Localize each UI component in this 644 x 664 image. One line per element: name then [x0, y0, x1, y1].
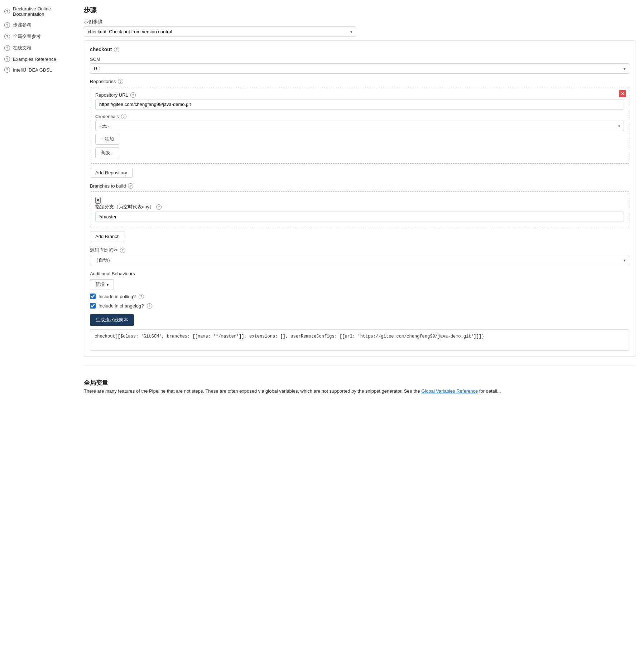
global-vars-section: 全局变量 There are many features of the Pipe…: [84, 365, 635, 394]
branches-label-row: Branches to build ?: [90, 183, 629, 189]
advanced-button-row: 高级...: [95, 147, 624, 158]
checkout-title-row: checkout ?: [90, 47, 629, 52]
sidebar-item-label: Examples Reference: [13, 57, 56, 62]
sidebar-help-icon: ?: [4, 34, 10, 39]
branch-spec-label: 指定分支（为空时代表any）: [95, 204, 154, 210]
sidebar-item-steps-ref[interactable]: ?步骤参考: [0, 19, 75, 31]
repo-url-input[interactable]: [95, 99, 624, 110]
add-repository-button[interactable]: Add Repository: [90, 168, 133, 178]
source-browser-select[interactable]: （自动）: [90, 255, 629, 265]
global-vars-link[interactable]: Global Variables Reference: [421, 388, 478, 394]
repo-url-label: Repository URL: [95, 92, 128, 98]
scm-label-row: SCM: [90, 57, 629, 62]
credentials-help-icon[interactable]: ?: [121, 114, 126, 119]
repo-close-button[interactable]: ✕: [619, 90, 626, 97]
add-button-row: + 添加: [95, 134, 624, 145]
add-branch-button[interactable]: Add Branch: [90, 232, 125, 241]
branch-spec-input[interactable]: [95, 212, 624, 222]
sidebar-item-declarative-docs[interactable]: ?Declarative Online Documentation: [0, 4, 75, 19]
sidebar: ?Declarative Online Documentation?步骤参考?全…: [0, 0, 75, 664]
sidebar-item-examples-ref[interactable]: ?Examples Reference: [0, 54, 75, 64]
scm-select[interactable]: GitSVN: [90, 63, 629, 74]
include-changelog-help-icon[interactable]: ?: [147, 303, 152, 309]
main-content: 步骤 示例步骤 checkout: Check out from version…: [75, 0, 644, 664]
scm-select-wrapper: GitSVN ▾: [90, 63, 629, 74]
sidebar-item-label: 在线文档: [13, 45, 32, 51]
add-button[interactable]: + 添加: [95, 134, 119, 145]
credentials-select-wrapper: - 无 - ▾: [95, 121, 624, 131]
sidebar-help-icon: ?: [4, 56, 10, 62]
repositories-help-icon[interactable]: ?: [118, 79, 123, 84]
sidebar-item-label: 步骤参考: [13, 22, 32, 28]
repositories-label-row: Repositories ?: [90, 79, 629, 84]
sidebar-item-online-docs[interactable]: ?在线文档: [0, 42, 75, 54]
repositories-label: Repositories: [90, 79, 116, 84]
add-branch-row: Add Branch: [90, 232, 629, 241]
branches-label: Branches to build: [90, 183, 126, 189]
example-steps-select[interactable]: checkout: Check out from version control: [84, 26, 356, 37]
sidebar-help-icon: ?: [4, 45, 10, 51]
additional-behaviours-label-row: Additional Behaviours: [90, 271, 629, 276]
source-browser-label: 源码库浏览器: [90, 247, 118, 253]
include-polling-row: Include in polling? ?: [90, 294, 629, 299]
example-steps-label: 示例步骤: [84, 19, 102, 25]
sidebar-help-icon: ?: [4, 22, 10, 28]
checkout-box: checkout ? SCM GitSVN ▾ Repositories ? ✕…: [84, 40, 635, 357]
checkout-help-icon[interactable]: ?: [114, 47, 119, 52]
sidebar-help-icon: ?: [4, 9, 10, 14]
sidebar-item-global-vars-ref[interactable]: ?全局变量参考: [0, 31, 75, 42]
branch-spec-label-row: 指定分支（为空时代表any） ?: [95, 204, 624, 210]
global-vars-title: 全局变量: [84, 379, 635, 387]
scm-label: SCM: [90, 57, 100, 62]
branch-close-button[interactable]: ✕: [95, 197, 101, 204]
source-browser-label-row: 源码库浏览器 ?: [90, 247, 629, 253]
source-browser-select-wrapper: （自动） ▾: [90, 255, 629, 265]
branch-spec-help-icon[interactable]: ?: [156, 204, 162, 210]
credentials-label-row: Credentials ?: [95, 114, 624, 119]
branch-item: ✕ 指定分支（为空时代表any） ?: [90, 192, 629, 227]
branches-help-icon[interactable]: ?: [128, 183, 133, 189]
repo-url-label-row: Repository URL ?: [95, 92, 624, 98]
repositories-section: Repositories ? ✕ Repository URL ? Creden…: [90, 79, 629, 178]
new-btn-label: 新增: [95, 281, 105, 288]
example-steps-select-wrapper: checkout: Check out from version control…: [84, 26, 356, 37]
credentials-select[interactable]: - 无 -: [95, 121, 624, 131]
credentials-label: Credentials: [95, 114, 119, 119]
generate-button-row: 生成流水线脚本: [90, 314, 629, 326]
global-vars-desc-start: There are many features of the Pipeline …: [84, 388, 421, 394]
source-browser-section: 源码库浏览器 ? （自动） ▾: [90, 247, 629, 265]
global-vars-description: There are many features of the Pipeline …: [84, 388, 635, 394]
advanced-button[interactable]: 高级...: [95, 147, 119, 158]
repository-item: ✕ Repository URL ? Credentials ? - 无 - ▾…: [90, 87, 629, 164]
include-polling-checkbox[interactable]: [90, 294, 96, 299]
include-polling-help-icon[interactable]: ?: [139, 294, 144, 299]
include-polling-label: Include in polling?: [98, 294, 136, 299]
checkout-label: checkout: [90, 47, 112, 52]
branches-section: Branches to build ? ✕ 指定分支（为空时代表any） ? A…: [90, 183, 629, 241]
example-steps-label-row: 示例步骤: [84, 19, 635, 25]
code-output: checkout([$class: 'GitSCM', branches: [[…: [90, 329, 629, 351]
add-repository-row: Add Repository: [90, 168, 629, 178]
global-vars-desc-end: for detail...: [478, 388, 501, 394]
dropdown-arrow-icon: ▾: [107, 283, 109, 287]
include-changelog-row: Include in changelog? ?: [90, 303, 629, 309]
include-changelog-label: Include in changelog?: [98, 303, 144, 309]
source-browser-help-icon[interactable]: ?: [120, 248, 125, 253]
sidebar-item-label: Declarative Online Documentation: [13, 6, 71, 17]
repo-url-help-icon[interactable]: ?: [130, 92, 136, 98]
generate-pipeline-script-button[interactable]: 生成流水线脚本: [90, 314, 134, 326]
include-changelog-checkbox[interactable]: [90, 303, 96, 309]
sidebar-item-idea-gdsl[interactable]: ?IntelliJ IDEA GDSL: [0, 64, 75, 75]
new-dropdown-button[interactable]: 新增 ▾: [90, 279, 114, 290]
sidebar-item-label: 全局变量参考: [13, 33, 41, 40]
additional-behaviours-section: Additional Behaviours 新增 ▾: [90, 271, 629, 290]
additional-behaviours-label: Additional Behaviours: [90, 271, 135, 276]
sidebar-help-icon: ?: [4, 67, 10, 73]
steps-title: 步骤: [84, 6, 635, 14]
sidebar-item-label: IntelliJ IDEA GDSL: [13, 67, 52, 73]
